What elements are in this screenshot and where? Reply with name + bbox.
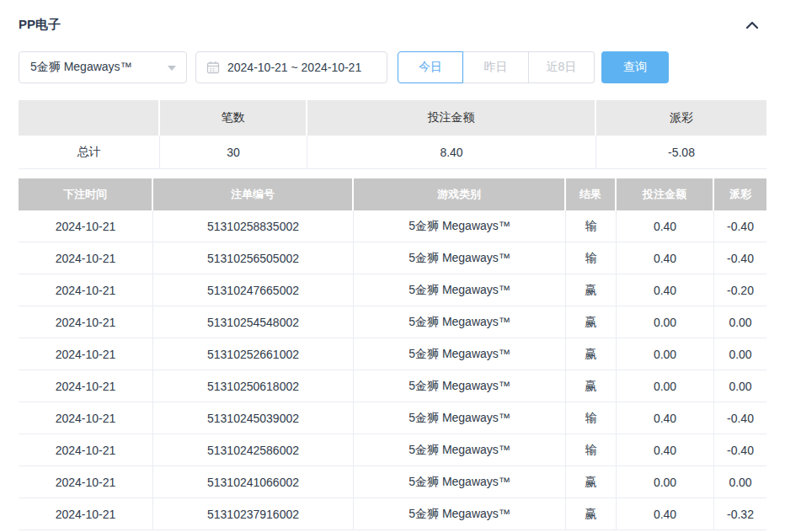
cell-payout: -0.40	[714, 242, 766, 274]
cell-result: 赢	[566, 274, 617, 306]
cell-game-category: 5金狮 Megaways™	[354, 210, 566, 242]
cell-bet-amount: 0.00	[617, 306, 714, 338]
table-row: 2024-10-21 51310252661002 5金狮 Megaways™ …	[19, 338, 766, 370]
panel-title: PP电子	[19, 17, 61, 33]
cell-result: 输	[566, 210, 617, 242]
cell-order-id: 51310252661002	[153, 338, 354, 370]
cell-bet-amount: 0.00	[617, 370, 714, 402]
cell-bet-amount: 0.00	[617, 466, 714, 498]
table-row: 2024-10-21 51310254548002 5金狮 Megaways™ …	[19, 306, 766, 338]
cell-result: 输	[566, 242, 617, 274]
cell-game-category: 5金狮 Megaways™	[354, 242, 566, 274]
cell-bet-time: 2024-10-21	[19, 466, 153, 498]
date-range-value: 2024-10-21 ~ 2024-10-21	[227, 61, 361, 74]
header-result: 结果	[566, 178, 617, 210]
cell-result: 赢	[566, 338, 617, 370]
cell-bet-amount: 0.40	[617, 210, 714, 242]
chevron-down-icon	[168, 66, 176, 71]
table-row: 2024-10-21 51310241066002 5金狮 Megaways™ …	[19, 466, 766, 498]
cell-bet-time: 2024-10-21	[19, 434, 153, 466]
cell-order-id: 51310254548002	[153, 306, 354, 338]
cell-bet-amount: 0.00	[617, 338, 714, 370]
header-order-id: 注单编号	[153, 178, 354, 210]
cell-payout: -0.32	[714, 498, 766, 530]
summary-total-bet-amount: 8.40	[307, 136, 596, 169]
bet-table-body: 2024-10-21 51310258835002 5金狮 Megaways™ …	[19, 210, 766, 530]
cell-result: 赢	[566, 498, 617, 530]
header-payout: 派彩	[714, 178, 766, 210]
summary-header-row: 笔数 投注金额 派彩	[19, 100, 766, 136]
header-bet-amount: 投注金额	[617, 178, 714, 210]
cell-order-id: 51310250618002	[153, 370, 354, 402]
chevron-up-icon[interactable]	[745, 19, 760, 31]
date-range-input[interactable]: 2024-10-21 ~ 2024-10-21	[195, 51, 387, 83]
cell-payout: -0.40	[714, 402, 766, 434]
query-button[interactable]: 查询	[601, 51, 669, 83]
cell-bet-amount: 0.40	[617, 402, 714, 434]
cell-bet-time: 2024-10-21	[19, 370, 153, 402]
cell-order-id: 51310241066002	[153, 466, 354, 498]
cell-game-category: 5金狮 Megaways™	[354, 274, 566, 306]
panel-header: PP电子	[19, 17, 766, 33]
cell-bet-time: 2024-10-21	[19, 274, 153, 306]
summary-total-label: 总计	[19, 136, 160, 169]
cell-payout: -0.40	[714, 210, 766, 242]
summary-total-count: 30	[160, 136, 307, 169]
cell-order-id: 51310258835002	[153, 210, 354, 242]
cell-payout: -0.40	[714, 434, 766, 466]
cell-bet-amount: 0.40	[617, 274, 714, 306]
cell-game-category: 5金狮 Megaways™	[354, 402, 566, 434]
cell-bet-time: 2024-10-21	[19, 242, 153, 274]
cell-bet-amount: 0.40	[617, 242, 714, 274]
game-select[interactable]: 5金狮 Megaways™	[19, 51, 187, 83]
table-row: 2024-10-21 51310242586002 5金狮 Megaways™ …	[19, 434, 766, 466]
cell-order-id: 51310242586002	[153, 434, 354, 466]
cell-result: 赢	[566, 306, 617, 338]
quick-date-button-group: 今日 昨日 近8日	[398, 51, 595, 83]
cell-bet-time: 2024-10-21	[19, 338, 153, 370]
summary-header-blank	[19, 100, 160, 136]
summary-header-bet-amount: 投注金额	[307, 100, 596, 136]
cell-result: 输	[566, 402, 617, 434]
cell-order-id: 51310256505002	[153, 242, 354, 274]
summary-header-count: 笔数	[160, 100, 307, 136]
cell-payout: 0.00	[714, 306, 766, 338]
cell-game-category: 5金狮 Megaways™	[354, 434, 566, 466]
cell-game-category: 5金狮 Megaways™	[354, 498, 566, 530]
cell-order-id: 51310247665002	[153, 274, 354, 306]
table-row: 2024-10-21 51310245039002 5金狮 Megaways™ …	[19, 402, 766, 434]
cell-order-id: 51310237916002	[153, 498, 354, 530]
summary-table: 笔数 投注金额 派彩 总计 30 8.40 -5.08	[19, 100, 766, 169]
cell-bet-time: 2024-10-21	[19, 306, 153, 338]
cell-game-category: 5金狮 Megaways™	[354, 306, 566, 338]
table-row: 2024-10-21 51310258835002 5金狮 Megaways™ …	[19, 210, 766, 242]
cell-bet-time: 2024-10-21	[19, 402, 153, 434]
table-row: 2024-10-21 51310250618002 5金狮 Megaways™ …	[19, 370, 766, 402]
table-row: 2024-10-21 51310247665002 5金狮 Megaways™ …	[19, 274, 766, 306]
cell-payout: 0.00	[714, 466, 766, 498]
cell-payout: -0.20	[714, 274, 766, 306]
summary-total-row: 总计 30 8.40 -5.08	[19, 136, 766, 169]
cell-payout: 0.00	[714, 370, 766, 402]
bet-table-header-row: 下注时间 注单编号 游戏类别 结果 投注金额 派彩	[19, 178, 766, 210]
today-button[interactable]: 今日	[398, 51, 463, 83]
filter-bar: 5金狮 Megaways™ 2024-10-21 ~ 2024-10-21 今日…	[19, 51, 766, 83]
calendar-icon	[206, 61, 220, 74]
bet-records-table: 下注时间 注单编号 游戏类别 结果 投注金额 派彩 2024-10-21 513…	[19, 178, 766, 530]
header-bet-time: 下注时间	[19, 178, 153, 210]
cell-bet-time: 2024-10-21	[19, 498, 153, 530]
cell-bet-time: 2024-10-21	[19, 210, 153, 242]
table-row: 2024-10-21 51310256505002 5金狮 Megaways™ …	[19, 242, 766, 274]
cell-result: 输	[566, 434, 617, 466]
summary-total-payout: -5.08	[596, 136, 766, 169]
last-8-days-button[interactable]: 近8日	[529, 51, 595, 83]
cell-result: 赢	[566, 370, 617, 402]
cell-result: 赢	[566, 466, 617, 498]
cell-bet-amount: 0.40	[617, 434, 714, 466]
cell-payout: 0.00	[714, 338, 766, 370]
cell-game-category: 5金狮 Megaways™	[354, 466, 566, 498]
yesterday-button[interactable]: 昨日	[463, 51, 529, 83]
game-select-value: 5金狮 Megaways™	[30, 60, 132, 75]
cell-bet-amount: 0.40	[617, 498, 714, 530]
cell-game-category: 5金狮 Megaways™	[354, 338, 566, 370]
